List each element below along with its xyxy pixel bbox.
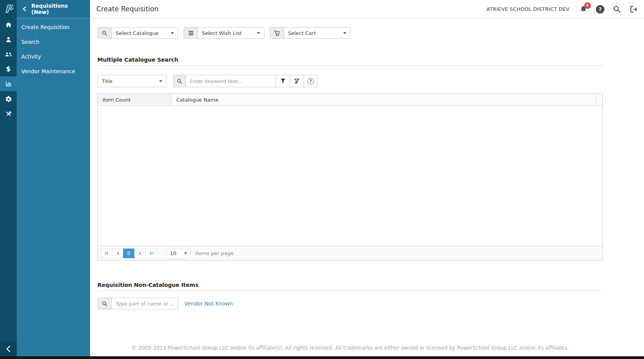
grid-header-spacer	[596, 94, 602, 105]
finance-icon[interactable]: $	[0, 62, 17, 76]
help-icon[interactable]: ?	[595, 4, 605, 14]
sidebar-item-activity[interactable]: Activity	[17, 49, 90, 64]
apply-filter-button[interactable]	[276, 75, 290, 87]
search-help-button[interactable]: ?	[304, 75, 318, 87]
grid-body-empty	[98, 106, 602, 246]
catalogue-search-heading: Multiple Catalogue Search	[97, 57, 178, 63]
grid-header: Item Count Catalogue Name	[98, 94, 602, 106]
magnifier-icon-glyph	[613, 5, 621, 14]
vendor-not-known-link[interactable]: Vendor Not Known	[184, 300, 233, 307]
first-page-button[interactable]	[101, 249, 112, 258]
select-wishlist-dropdown[interactable]: Select Wish List	[198, 28, 264, 38]
reports-chart-icon[interactable]	[0, 76, 17, 91]
filter-off-icon	[294, 78, 300, 84]
non-catalogue-search-row: Vendor Not Known	[97, 298, 233, 309]
section-divider	[97, 290, 603, 291]
notifications-bell-icon[interactable]: 0	[578, 4, 588, 14]
clear-filter-button[interactable]	[290, 75, 304, 87]
powerschool-logo-icon: P	[4, 3, 13, 15]
chevron-down-icon	[257, 32, 260, 34]
previous-page-icon	[115, 251, 120, 256]
keyword-input[interactable]	[186, 75, 276, 87]
home-icon[interactable]	[0, 17, 17, 32]
select-cart-dropdown[interactable]: Select Cart	[284, 28, 350, 38]
keyword-search-row: Title	[97, 75, 318, 87]
sidebar-item-vendor-maintenance[interactable]: Vendor Maintenance	[17, 64, 90, 79]
people-icon-glyph	[5, 51, 12, 58]
sidebar-item-label: Search	[21, 39, 39, 45]
previous-page-button[interactable]	[112, 249, 123, 258]
chevron-down-icon	[171, 32, 174, 34]
page-size-dropdown[interactable]: 10	[167, 248, 191, 259]
notification-badge: 0	[584, 2, 591, 9]
chevron-down-icon	[159, 80, 162, 82]
search-field-dropdown[interactable]: Title	[97, 75, 167, 87]
home-icon-glyph	[5, 21, 12, 28]
global-search-icon[interactable]	[612, 4, 622, 14]
vendor-search-group	[97, 298, 178, 309]
wishlist-selector-group: Select Wish List	[184, 27, 264, 39]
next-page-icon	[138, 251, 143, 256]
section-divider	[97, 65, 603, 66]
column-header-item-count[interactable]: Item Count	[98, 94, 172, 105]
sidebar-item-search[interactable]: Search	[17, 35, 90, 49]
items-per-page-label: items per page	[195, 250, 233, 256]
cart-selector-group: Select Cart	[270, 27, 351, 39]
powerschool-logo[interactable]: P	[0, 0, 17, 18]
column-header-catalogue-name[interactable]: Catalogue Name	[172, 94, 596, 105]
selector-row: Select Catalogue Select Wish List	[97, 27, 351, 39]
logout-icon-glyph	[629, 5, 638, 14]
help-icon-glyph: ?	[596, 5, 604, 14]
logout-icon[interactable]	[628, 4, 639, 14]
tools-icon[interactable]	[0, 107, 17, 121]
sidebar-item-create-requisition[interactable]: Create Requisition	[17, 20, 90, 35]
cart-iconbox	[270, 28, 284, 38]
select-wishlist-value: Select Wish List	[202, 30, 241, 36]
chevron-down-icon	[184, 252, 187, 254]
person-icon[interactable]	[0, 32, 17, 47]
search-field-value: Title	[102, 78, 113, 84]
vendor-search-iconbox	[98, 298, 112, 309]
first-page-icon	[104, 251, 109, 256]
copyright-footer: © 2005-2023 PowerSchool Group LLC and/or…	[97, 345, 603, 351]
sidebar-menu: Create Requisition Search Activity Vendo…	[17, 18, 90, 79]
page-size-value: 10	[170, 250, 177, 256]
sidebar-panel: Requisitions (New) Create Requisition Se…	[17, 0, 90, 359]
top-bar: Create Requisition ATRIEVE SCHOOL DISTRI…	[90, 0, 644, 18]
cart-icon	[274, 30, 280, 36]
search-icon	[102, 30, 108, 36]
wrench-screwdriver-icon-glyph	[5, 110, 12, 117]
chevron-down-icon	[343, 32, 346, 34]
last-page-button[interactable]	[146, 249, 157, 258]
module-title: Requisitions (New)	[31, 3, 86, 15]
catalogue-selector-group: Select Catalogue	[97, 27, 178, 39]
sidebar-collapse-button[interactable]	[0, 341, 17, 356]
search-icon	[177, 78, 182, 84]
select-catalogue-dropdown[interactable]: Select Catalogue	[112, 28, 178, 38]
non-catalogue-heading: Requisition Non-Catalogue Items	[97, 282, 198, 288]
last-page-icon	[149, 251, 154, 256]
sidebar-rail: P $	[0, 0, 17, 359]
sidebar-item-label: Activity	[21, 54, 41, 60]
vendor-search-input[interactable]	[112, 298, 178, 309]
catalogue-search-iconbox	[98, 28, 112, 38]
settings-gear-icon[interactable]	[0, 92, 17, 107]
search-icon	[102, 301, 108, 307]
wishlist-iconbox	[184, 28, 198, 38]
people-icon[interactable]	[0, 47, 17, 62]
page-title: Create Requisition	[96, 5, 158, 13]
window-bottom-edge	[0, 356, 644, 359]
chevron-left-icon	[5, 345, 12, 353]
sidebar-item-label: Create Requisition	[21, 24, 69, 30]
list-icon	[188, 31, 194, 36]
bar-chart-icon-glyph	[5, 80, 12, 87]
district-name: ATRIEVE SCHOOL DISTRICT DEV	[486, 6, 569, 12]
keyword-search-group: ?	[173, 75, 318, 87]
catalogue-results-grid: Item Count Catalogue Name 0	[97, 93, 603, 261]
topbar-actions: ATRIEVE SCHOOL DISTRICT DEV 0 ?	[486, 0, 639, 18]
module-header[interactable]: Requisitions (New)	[17, 0, 90, 18]
main-content: Select Catalogue Select Wish List	[90, 18, 644, 356]
back-chevron-icon	[22, 6, 27, 12]
current-page-button[interactable]: 0	[123, 249, 135, 258]
next-page-button[interactable]	[134, 249, 146, 258]
